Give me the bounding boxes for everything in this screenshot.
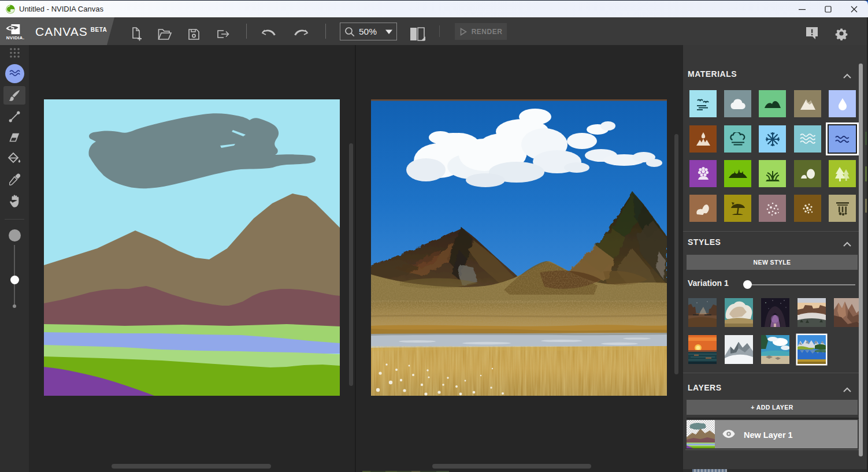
- svg-text:NVIDIA.: NVIDIA.: [6, 35, 24, 40]
